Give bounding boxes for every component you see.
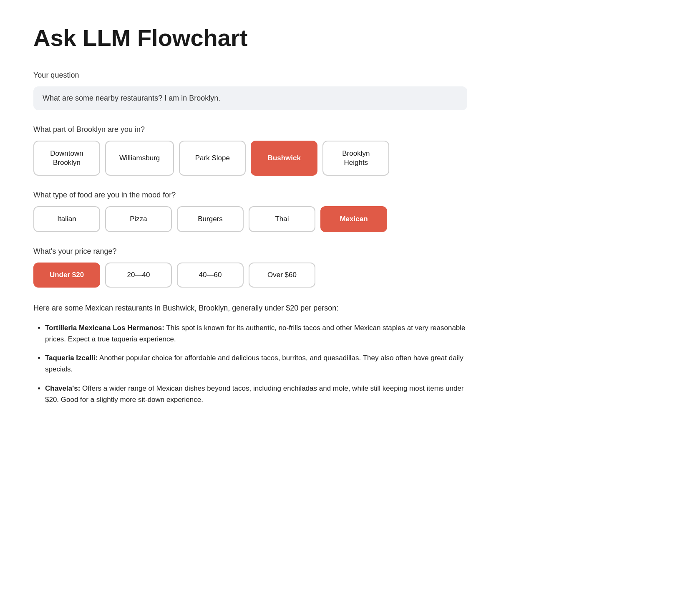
restaurant-name-2: Taqueria Izcalli: (45, 354, 98, 362)
food-option-pizza[interactable]: Pizza (105, 206, 172, 232)
price-label: What's your price range? (33, 247, 467, 256)
results-intro: Here are some Mexican restaurants in Bus… (33, 303, 467, 314)
price-option-20-40[interactable]: 20—40 (105, 263, 172, 288)
neighborhood-option-williamsburg[interactable]: Williamsburg (105, 141, 174, 176)
price-option-under-20[interactable]: Under $20 (33, 263, 100, 288)
food-option-thai[interactable]: Thai (249, 206, 315, 232)
food-option-burgers[interactable]: Burgers (177, 206, 244, 232)
price-section: What's your price range? Under $20 20—40… (33, 247, 467, 288)
food-option-italian[interactable]: Italian (33, 206, 100, 232)
question-label: Your question (33, 71, 467, 80)
price-option-over-60[interactable]: Over $60 (249, 263, 315, 288)
neighborhood-label: What part of Brooklyn are you in? (33, 125, 467, 134)
question-section: Your question (33, 71, 467, 110)
results-section: Here are some Mexican restaurants in Bus… (33, 303, 467, 405)
price-option-40-60[interactable]: 40—60 (177, 263, 244, 288)
food-section: What type of food are you in the mood fo… (33, 191, 467, 232)
neighborhood-option-brooklyn-heights[interactable]: BrooklynHeights (322, 141, 389, 176)
food-label: What type of food are you in the mood fo… (33, 191, 467, 199)
neighborhood-option-bushwick[interactable]: Bushwick (251, 141, 317, 176)
food-option-mexican[interactable]: Mexican (320, 206, 387, 232)
list-item: Tortilleria Mexicana Los Hermanos: This … (45, 322, 467, 345)
page-title: Ask LLM Flowchart (33, 25, 467, 51)
neighborhood-option-park-slope[interactable]: Park Slope (179, 141, 246, 176)
neighborhood-options: DowntownBrooklyn Williamsburg Park Slope… (33, 141, 467, 176)
restaurant-name-1: Tortilleria Mexicana Los Hermanos: (45, 324, 164, 332)
restaurant-name-3: Chavela's: (45, 384, 80, 392)
restaurant-desc-2: Another popular choice for affordable an… (45, 354, 463, 373)
restaurant-desc-3: Offers a wider range of Mexican dishes b… (45, 384, 464, 404)
neighborhood-option-downtown-brooklyn[interactable]: DowntownBrooklyn (33, 141, 100, 176)
neighborhood-section: What part of Brooklyn are you in? Downto… (33, 125, 467, 176)
list-item: Taqueria Izcalli: Another popular choice… (45, 352, 467, 375)
list-item: Chavela's: Offers a wider range of Mexic… (45, 383, 467, 405)
food-options: Italian Pizza Burgers Thai Mexican (33, 206, 467, 232)
question-input[interactable] (33, 86, 467, 110)
results-list: Tortilleria Mexicana Los Hermanos: This … (33, 322, 467, 405)
price-options: Under $20 20—40 40—60 Over $60 (33, 263, 467, 288)
